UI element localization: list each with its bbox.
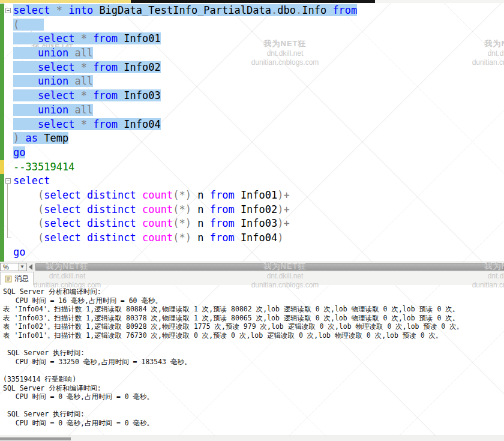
code-token	[235, 203, 241, 215]
code-token: n	[197, 232, 203, 244]
code-token: *	[81, 32, 87, 44]
code-token	[13, 189, 38, 201]
code-token: (	[38, 189, 44, 201]
code-token	[13, 61, 38, 73]
change-bar-segment	[0, 188, 4, 203]
code-token	[136, 203, 142, 215]
code-lines: select * into BigData_TestInfo_PartialDa…	[11, 4, 504, 259]
message-line: CPU 时间 = 16 毫秒,占用时间 = 60 毫秒。	[3, 296, 504, 305]
code-token	[87, 61, 93, 73]
code-token	[235, 232, 241, 244]
code-line: (select distinct count(*) n from Info01)…	[11, 188, 504, 203]
fold-guide-line	[7, 184, 11, 238]
code-token	[13, 75, 38, 87]
code-token: select	[13, 175, 50, 187]
code-token: from	[210, 232, 235, 244]
code-token: )+	[277, 217, 289, 229]
change-bar-segment	[0, 231, 4, 245]
change-bar-segment	[0, 46, 4, 61]
code-line: union all	[11, 74, 504, 89]
code-token: union	[38, 47, 68, 59]
code-token: distinct	[87, 203, 136, 215]
code-token: count	[142, 217, 173, 229]
code-token	[68, 75, 74, 87]
code-token: (	[13, 19, 19, 31]
code-token: union	[38, 75, 68, 87]
code-token: go	[13, 246, 25, 258]
code-token	[191, 203, 197, 215]
code-token	[13, 89, 38, 101]
code-token: (	[38, 232, 44, 244]
code-token: select	[44, 232, 80, 244]
code-token: go	[13, 146, 25, 158]
code-token: Info04	[241, 232, 277, 244]
message-line: 表 'Info01'。扫描计数 1,逻辑读取 76730 次,物理读取 0 次,…	[3, 331, 504, 340]
code-line: union all	[11, 103, 504, 118]
code-token: n	[197, 217, 203, 229]
change-bar-segment	[0, 245, 4, 260]
code-fold-margin: −−	[4, 3, 11, 262]
code-token	[13, 232, 38, 244]
window-top-edge	[0, 0, 504, 3]
code-token	[203, 203, 209, 215]
code-token: select	[38, 61, 74, 73]
messages-pane[interactable]: SQL Server 分析和编译时间: CPU 时间 = 16 毫秒,占用时间 …	[0, 285, 504, 436]
code-token	[13, 104, 38, 116]
message-line: 表 'Info03'。扫描计数 1,逻辑读取 80378 次,物理读取 1 次,…	[3, 314, 504, 323]
code-line: go	[11, 146, 504, 160]
sql-editor[interactable]: −− select * into BigData_TestInfo_Partia…	[0, 3, 504, 262]
code-token: count	[142, 189, 173, 201]
code-token: Info	[302, 4, 326, 16]
code-token	[68, 47, 74, 59]
zoom-percent-select[interactable]: % ▼	[0, 263, 27, 271]
code-token	[326, 4, 332, 16]
code-token: all	[74, 104, 93, 116]
editor-hscrollbar[interactable]: % ▼	[0, 262, 504, 272]
change-bar-segment	[0, 174, 4, 188]
code-token	[74, 118, 80, 130]
code-token	[13, 47, 38, 59]
tab-messages[interactable]: 消息	[0, 272, 34, 285]
code-token	[118, 32, 124, 44]
code-token	[87, 32, 93, 44]
tab-messages-label: 消息	[14, 274, 29, 284]
code-token: from	[210, 217, 235, 229]
results-tabstrip: 消息	[0, 272, 504, 285]
hscrollbar-thumb[interactable]	[35, 263, 504, 271]
chevron-down-icon[interactable]: ▼	[18, 263, 26, 271]
bottom-hscrollbar[interactable]	[0, 436, 504, 441]
code-token	[136, 217, 142, 229]
fold-toggle-icon[interactable]: −	[5, 8, 11, 13]
code-token: dbo	[277, 4, 296, 16]
code-token	[118, 118, 124, 130]
code-token: distinct	[87, 232, 136, 244]
messages-icon	[5, 275, 12, 283]
change-bar-segment	[0, 217, 4, 231]
code-token: (	[38, 217, 44, 229]
code-token: BigData_TestInfo_PartialData	[99, 4, 271, 16]
code-token: as	[26, 132, 38, 144]
code-token: into	[68, 4, 93, 16]
code-token: n	[197, 189, 203, 201]
code-token	[203, 232, 209, 244]
scroll-left-arrow-icon[interactable]	[29, 264, 32, 270]
code-token: Info01	[124, 32, 160, 44]
code-token	[118, 89, 124, 101]
code-token: Info01	[241, 189, 277, 201]
code-token: all	[74, 47, 93, 59]
code-token: *	[81, 61, 87, 73]
code-line: select * into BigData_TestInfo_PartialDa…	[11, 4, 504, 18]
code-line: union all	[11, 46, 504, 61]
bottom-hscrollbar-thumb[interactable]	[0, 437, 71, 440]
fold-toggle-icon[interactable]: −	[5, 178, 11, 184]
message-line: 表 'Info02'。扫描计数 1,逻辑读取 80928 次,物理读取 1775…	[3, 322, 504, 331]
code-token	[235, 189, 241, 201]
change-bar-segment	[0, 4, 4, 18]
code-token	[235, 217, 241, 229]
code-token: *	[81, 89, 87, 101]
window-edge-segment	[131, 0, 375, 3]
change-bar-segment	[0, 89, 4, 103]
code-token: select	[44, 189, 80, 201]
code-token: Info02	[124, 61, 160, 73]
code-token: (*)	[173, 232, 191, 244]
